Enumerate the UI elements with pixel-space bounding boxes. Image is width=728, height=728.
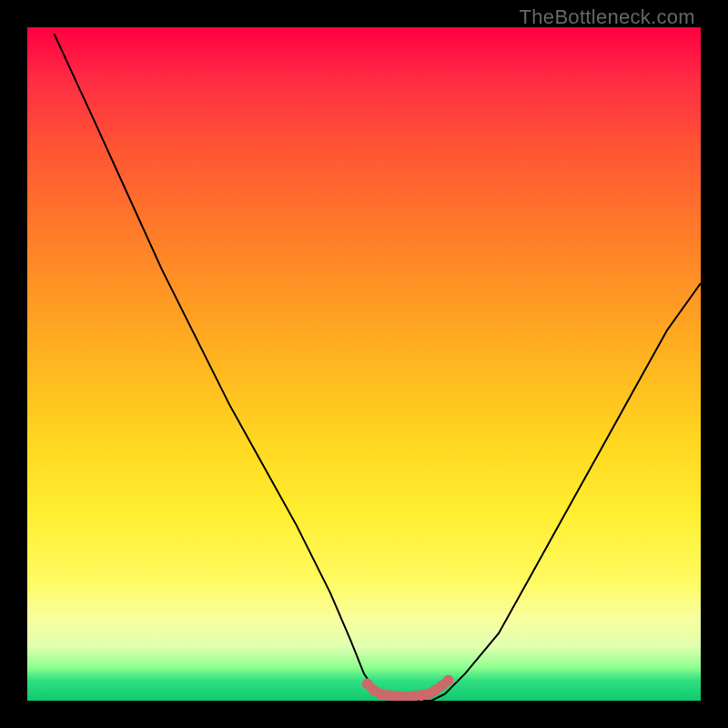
watermark-text: TheBottleneck.com <box>520 5 695 29</box>
svg-point-12 <box>443 675 454 686</box>
chart-svg <box>27 27 701 701</box>
plot-area <box>27 27 701 701</box>
bottleneck-curve-line <box>55 34 701 701</box>
chart-container: TheBottleneck.com <box>0 0 728 728</box>
